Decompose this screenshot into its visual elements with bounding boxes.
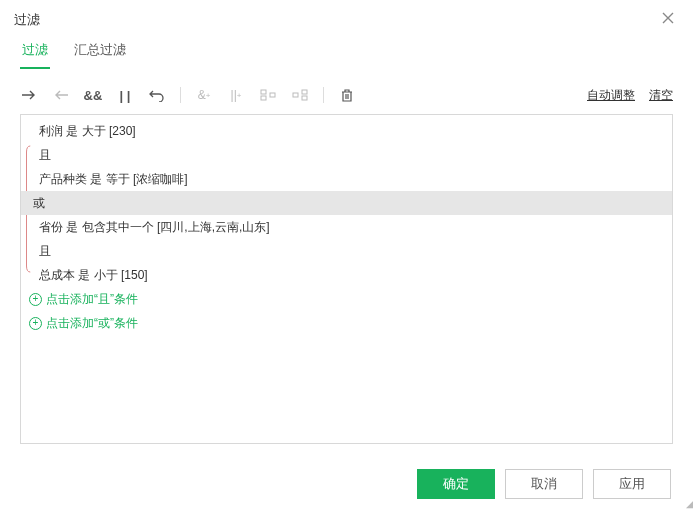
dialog-footer: 确定 取消 应用 — [417, 469, 671, 499]
apply-button[interactable]: 应用 — [593, 469, 671, 499]
separator — [323, 87, 324, 103]
toolbar-right: 自动调整 清空 — [587, 87, 673, 104]
add-or-condition[interactable]: + 点击添加“或”条件 — [21, 311, 672, 335]
tab-filter[interactable]: 过滤 — [20, 41, 50, 69]
filter-dialog: 过滤 过滤 汇总过滤 && | | &+ ||+ 自动调整 清空 — [0, 0, 693, 511]
trash-icon[interactable] — [338, 86, 356, 104]
close-icon[interactable] — [657, 7, 679, 33]
svg-rect-0 — [261, 90, 266, 94]
rule-condition[interactable]: 利润 是 大于 [230] — [21, 119, 672, 143]
rule-and[interactable]: 且 — [21, 143, 672, 167]
and-icon[interactable]: && — [84, 86, 102, 104]
group-icon[interactable] — [259, 86, 277, 104]
rules-list: 利润 是 大于 [230] 且 产品种类 是 等于 [浓缩咖啡] 或 省份 是 … — [21, 115, 672, 335]
ungroup-icon[interactable] — [291, 86, 309, 104]
cancel-button[interactable]: 取消 — [505, 469, 583, 499]
toolbar-left: && | | &+ ||+ — [20, 86, 587, 104]
add-and-condition[interactable]: + 点击添加“且”条件 — [21, 287, 672, 311]
auto-adjust-link[interactable]: 自动调整 — [587, 87, 635, 104]
rule-condition[interactable]: 产品种类 是 等于 [浓缩咖啡] — [21, 167, 672, 191]
ok-button[interactable]: 确定 — [417, 469, 495, 499]
rule-and[interactable]: 且 — [21, 239, 672, 263]
add-and-label: 点击添加“且”条件 — [46, 291, 138, 308]
resize-grip-icon[interactable]: ◢ — [686, 498, 691, 509]
rule-condition[interactable]: 总成本 是 小于 [150] — [21, 263, 672, 287]
arrow-left-icon[interactable] — [52, 86, 70, 104]
or-icon[interactable]: | | — [116, 86, 134, 104]
arrow-right-icon[interactable] — [20, 86, 38, 104]
add-or-icon[interactable]: ||+ — [227, 86, 245, 104]
svg-rect-1 — [261, 96, 266, 100]
svg-rect-3 — [293, 93, 298, 97]
add-and-icon[interactable]: &+ — [195, 86, 213, 104]
rule-or[interactable]: 或 — [21, 191, 672, 215]
plus-icon: + — [29, 317, 42, 330]
dialog-title: 过滤 — [14, 11, 40, 29]
plus-icon: + — [29, 293, 42, 306]
title-bar: 过滤 — [0, 0, 693, 40]
svg-rect-4 — [302, 90, 307, 94]
tab-bar: 过滤 汇总过滤 — [0, 40, 693, 70]
svg-rect-5 — [302, 96, 307, 100]
add-or-label: 点击添加“或”条件 — [46, 315, 138, 332]
undo-icon[interactable] — [148, 86, 166, 104]
clear-link[interactable]: 清空 — [649, 87, 673, 104]
svg-rect-2 — [270, 93, 275, 97]
toolbar: && | | &+ ||+ 自动调整 清空 — [0, 76, 693, 114]
tab-summary-filter[interactable]: 汇总过滤 — [72, 41, 128, 69]
separator — [180, 87, 181, 103]
rules-panel: 利润 是 大于 [230] 且 产品种类 是 等于 [浓缩咖啡] 或 省份 是 … — [20, 114, 673, 444]
rule-condition[interactable]: 省份 是 包含其中一个 [四川,上海,云南,山东] — [21, 215, 672, 239]
